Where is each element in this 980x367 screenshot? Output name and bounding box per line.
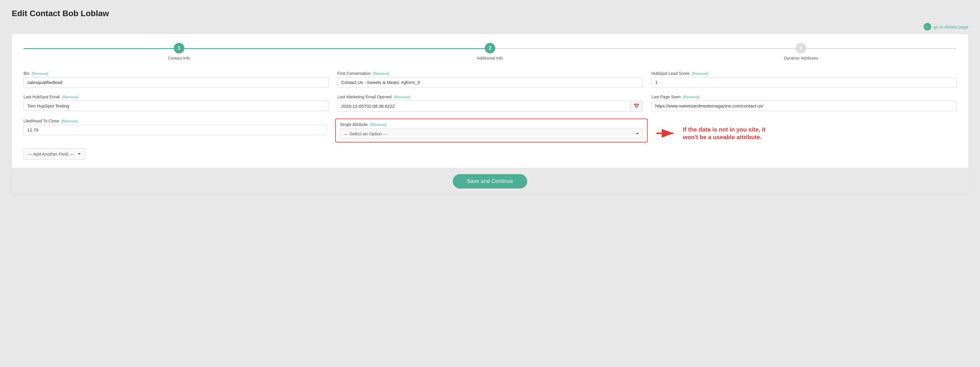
- stepper-step-1: 1 Contact Info: [24, 43, 334, 60]
- add-another-field-area: — Add Another Field —: [24, 148, 956, 168]
- last-marketing-email-remove[interactable]: [Remove]: [394, 95, 410, 99]
- stepper-label-3: Dynamic Attributes: [784, 56, 818, 60]
- bio-group: Bio [Remove]: [24, 71, 329, 87]
- last-hubspot-email-label: Last HubSpot Email [Remove]: [24, 95, 329, 99]
- stepper-label-1: Contact Info: [168, 56, 190, 60]
- single-attribute-select[interactable]: — Select an Option —: [340, 129, 643, 139]
- first-conversation-remove[interactable]: [Remove]: [373, 71, 390, 76]
- likelihood-to-close-input[interactable]: [24, 125, 326, 135]
- go-to-details-area: ← go to details page: [12, 23, 968, 30]
- likelihood-to-close-label: Likelihood To Close [Remove]: [24, 119, 326, 123]
- annotation-area: If the data is not in you site, it won't…: [654, 119, 956, 141]
- calendar-icon[interactable]: 📅: [630, 101, 643, 111]
- last-page-seen-label: Last Page Seen [Remove]: [651, 95, 956, 99]
- main-card: 1 Contact Info 2 Additional Info 3 Dynam…: [12, 34, 968, 194]
- first-conversation-input[interactable]: [337, 77, 643, 87]
- form-row-1: Bio [Remove] First Conversation [Remove]…: [24, 71, 956, 87]
- card-footer: Save and Continue: [12, 168, 968, 194]
- bottom-section: Likelihood To Close [Remove] Single Attr…: [24, 119, 956, 142]
- single-attribute-group: Single Attribute [Remove] — Select an Op…: [335, 119, 648, 142]
- annotation-arrow: [654, 127, 677, 139]
- first-conversation-label: First Conversation [Remove]: [337, 71, 643, 76]
- go-to-details-label: go to details page: [934, 24, 968, 29]
- annotation-text: If the data is not in you site, it won't…: [683, 126, 771, 141]
- last-hubspot-email-remove[interactable]: [Remove]: [62, 95, 79, 99]
- last-marketing-email-date-wrapper: 📅: [337, 101, 643, 111]
- last-page-seen-group: Last Page Seen [Remove]: [651, 95, 956, 111]
- hubspot-lead-score-group: HubSpot Lead Score [Remove]: [651, 71, 956, 87]
- stepper-circle-2: 2: [485, 43, 495, 54]
- hubspot-lead-score-input[interactable]: [651, 77, 956, 87]
- bio-remove[interactable]: [Remove]: [32, 71, 48, 76]
- first-conversation-group: First Conversation [Remove]: [337, 71, 643, 87]
- last-page-seen-input[interactable]: [651, 101, 956, 111]
- likelihood-to-close-remove[interactable]: [Remove]: [61, 119, 78, 123]
- bio-input[interactable]: [24, 77, 329, 87]
- hubspot-lead-score-remove[interactable]: [Remove]: [692, 71, 708, 76]
- page-title: Edit Contact Bob Loblaw: [12, 9, 968, 18]
- single-attribute-label: Single Attribute [Remove]: [340, 122, 643, 127]
- hubspot-lead-score-label: HubSpot Lead Score [Remove]: [651, 71, 956, 76]
- last-hubspot-email-input[interactable]: [24, 101, 329, 111]
- likelihood-to-close-group: Likelihood To Close [Remove]: [24, 119, 326, 135]
- add-another-field-select[interactable]: — Add Another Field —: [24, 148, 86, 160]
- save-and-continue-button[interactable]: Save and Continue: [453, 174, 527, 189]
- last-marketing-email-group: Last Marketing Email Opened [Remove] 📅: [337, 95, 643, 111]
- last-marketing-email-input[interactable]: [337, 101, 630, 111]
- last-page-seen-remove[interactable]: [Remove]: [683, 95, 699, 99]
- arrow-icon: [654, 127, 677, 139]
- stepper-step-2: 2 Additional Info: [334, 43, 645, 60]
- stepper: 1 Contact Info 2 Additional Info 3 Dynam…: [24, 43, 956, 60]
- stepper-circle-1: 1: [174, 43, 185, 54]
- stepper-label-2: Additional Info: [477, 56, 503, 60]
- last-marketing-email-label: Last Marketing Email Opened [Remove]: [337, 95, 643, 99]
- stepper-step-3: 3 Dynamic Attributes: [646, 43, 956, 60]
- form-row-2: Last HubSpot Email [Remove] Last Marketi…: [24, 95, 956, 111]
- last-hubspot-email-group: Last HubSpot Email [Remove]: [24, 95, 329, 111]
- go-to-details-link[interactable]: ← go to details page: [924, 23, 968, 30]
- arrow-left-icon: ←: [924, 23, 931, 30]
- single-attribute-remove[interactable]: [Remove]: [370, 122, 387, 127]
- stepper-circle-3: 3: [795, 43, 806, 54]
- bio-label: Bio [Remove]: [24, 71, 329, 76]
